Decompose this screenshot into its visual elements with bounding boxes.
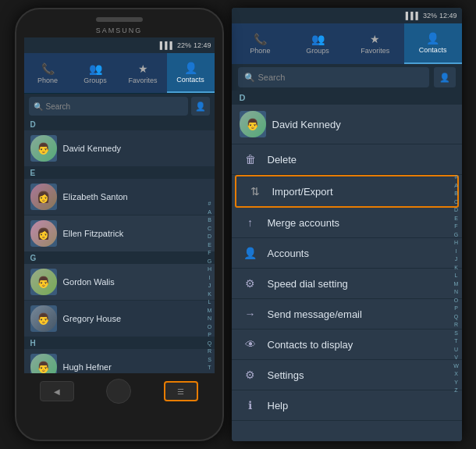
phone-tab-label: Phone	[37, 77, 58, 84]
avatar-image: 👨	[30, 305, 57, 332]
contact-name: Ellen Fitzpatrick	[63, 229, 124, 238]
avatar-image: 👩	[30, 184, 57, 210]
rp-avatar-image: 👨	[240, 111, 266, 137]
rp-favorites-icon: ★	[370, 33, 380, 45]
avatar: 👨	[30, 269, 57, 295]
contacts-tab-icon: 👤	[184, 62, 197, 74]
menu-item-speed-dial-label: Speed dial setting	[268, 278, 348, 290]
back-icon: ◀	[54, 387, 60, 396]
tab-bar: 📞 Phone 👥 Groups ★ Favorites 👤 Contacts	[24, 53, 215, 94]
rp-signal-icon: ▌▌▌	[406, 12, 421, 20]
contact-item[interactable]: 👨 Hugh Hefner	[24, 349, 215, 373]
rp-contacts-label: Contacts	[419, 46, 447, 54]
rp-add-contact-button[interactable]: 👤	[434, 67, 456, 87]
rp-phone-icon: 📞	[254, 33, 267, 45]
rp-search-bar: 🔍 Search 👤	[232, 64, 462, 91]
rp-phone-label: Phone	[250, 47, 270, 55]
menu-item-merge-accounts-label: Merge accounts	[268, 217, 340, 229]
avatar-image: 👨	[30, 135, 57, 162]
section-header-d: D	[24, 119, 215, 130]
home-button[interactable]	[106, 379, 131, 404]
menu-item-send-message[interactable]: → Send message/email	[232, 299, 462, 330]
menu-item-contacts-to-display[interactable]: 👁 Contacts to display	[232, 330, 462, 360]
menu-item-settings[interactable]: ⚙ Settings	[232, 360, 462, 390]
rp-tab-favorites[interactable]: ★ Favorites	[346, 23, 404, 64]
section-header-g: G	[24, 252, 215, 264]
menu-item-accounts[interactable]: 👤 Accounts	[232, 238, 462, 269]
contacts-tab-label: Contacts	[176, 76, 204, 84]
phone-device: SAMSUNG ▌▌▌ 22% 12:49 📞 Phone 👥 Groups ★…	[15, 8, 224, 441]
menu-item-send-message-label: Send message/email	[268, 308, 362, 320]
menu-item-import-export[interactable]: ⇅ Import/Export	[235, 175, 459, 208]
status-bar: ▌▌▌ 22% 12:49	[24, 37, 215, 53]
menu-item-contacts-to-display-label: Contacts to display	[268, 339, 353, 351]
import-export-icon: ⇅	[247, 185, 263, 198]
rp-search-input[interactable]: 🔍 Search	[238, 67, 429, 87]
contacts-to-display-icon: 👁	[243, 338, 258, 351]
contact-item[interactable]: 👩 Ellen Fitzpatrick	[24, 216, 215, 252]
contact-name: Gordon Walis	[63, 277, 115, 287]
add-contact-button[interactable]: 👤	[191, 97, 210, 116]
contact-item[interactable]: 👨 David Kennedy	[24, 130, 215, 167]
tab-phone[interactable]: 📞 Phone	[24, 53, 72, 93]
rp-tab-phone[interactable]: 📞 Phone	[232, 23, 290, 64]
alpha-index: #ABCD EFGHI JKLMN OPQRS TUVWX YZ	[205, 200, 215, 373]
rp-tab-bar: 📞 Phone 👥 Groups ★ Favorites 👤 Contacts	[232, 23, 462, 64]
avatar: 👩	[30, 220, 57, 247]
rp-content: D 👨 David Kennedy 🗑 Delete ⇅ Import/Expo…	[232, 91, 462, 441]
phone-screen: ▌▌▌ 22% 12:49 📞 Phone 👥 Groups ★ Favorit…	[24, 37, 215, 373]
contact-name: Gregory House	[63, 314, 122, 323]
menu-overlay: 🗑 Delete ⇅ Import/Export ↑ Merge account…	[232, 144, 462, 441]
delete-icon: 🗑	[243, 153, 258, 166]
rp-add-icon: 👤	[439, 73, 450, 83]
contact-item[interactable]: 👩 Elizabeth Santon	[24, 179, 215, 216]
rp-alpha-index: #ABCD EFGHI JKLMN OPQRS TUVWX YZ	[451, 173, 462, 395]
help-icon: ℹ	[243, 399, 258, 412]
rp-search-icon: 🔍	[244, 73, 255, 83]
rp-tab-groups[interactable]: 👥 Groups	[289, 23, 346, 64]
menu-item-help[interactable]: ℹ Help	[232, 390, 462, 421]
menu-item-delete[interactable]: 🗑 Delete	[232, 144, 462, 175]
avatar-image: 👨	[30, 269, 57, 295]
search-input-box[interactable]: 🔍 Search	[29, 97, 188, 116]
menu-icon: ☰	[177, 387, 184, 396]
menu-item-merge-accounts[interactable]: ↑ Merge accounts	[232, 208, 462, 238]
settings-icon: ⚙	[243, 369, 258, 381]
avatar: 👨	[30, 135, 57, 162]
contact-name: David Kennedy	[63, 144, 122, 153]
favorites-tab-icon: ★	[138, 62, 148, 75]
contact-name: Elizabeth Santon	[63, 192, 128, 201]
avatar-image: 👩	[30, 220, 57, 247]
contact-item[interactable]: 👨 Gordon Walis	[24, 264, 215, 301]
rp-groups-icon: 👥	[311, 33, 325, 45]
groups-tab-icon: 👥	[89, 62, 102, 75]
phone-bottom-bar: ◀ ☰	[24, 376, 215, 406]
rp-tab-contacts[interactable]: 👤 Contacts	[404, 23, 462, 64]
merge-accounts-icon: ↑	[243, 216, 258, 229]
avatar: 👨	[30, 354, 57, 373]
rp-status-bar: ▌▌▌ 32% 12:49	[232, 8, 462, 23]
send-message-icon: →	[243, 308, 258, 320]
tab-favorites[interactable]: ★ Favorites	[119, 53, 167, 93]
menu-item-delete-label: Delete	[268, 154, 297, 166]
rp-avatar: 👨	[240, 111, 266, 137]
section-header-h: H	[24, 337, 215, 349]
tab-groups[interactable]: 👥 Groups	[72, 53, 119, 93]
contact-item[interactable]: 👨 Gregory House	[24, 301, 215, 337]
tab-contacts[interactable]: 👤 Contacts	[167, 53, 215, 93]
groups-tab-label: Groups	[83, 77, 107, 84]
clock: 12:49	[194, 41, 211, 49]
battery-level: 22%	[177, 41, 191, 49]
back-button[interactable]: ◀	[40, 381, 74, 401]
menu-button[interactable]: ☰	[164, 381, 198, 401]
avatar-image: 👨	[30, 354, 57, 373]
rp-contact-preview: 👨 David Kennedy	[232, 105, 462, 144]
rp-contacts-icon: 👤	[426, 32, 439, 45]
menu-item-speed-dial[interactable]: ⚙ Speed dial setting	[232, 269, 462, 299]
search-icon: 🔍	[34, 102, 43, 111]
accounts-icon: 👤	[243, 247, 258, 259]
right-panel: ▌▌▌ 32% 12:49 📞 Phone 👥 Groups ★ Favorit…	[232, 8, 462, 441]
menu-item-import-export-label: Import/Export	[272, 186, 333, 198]
section-header-e: E	[24, 167, 215, 179]
rp-clock: 12:49	[439, 12, 457, 20]
